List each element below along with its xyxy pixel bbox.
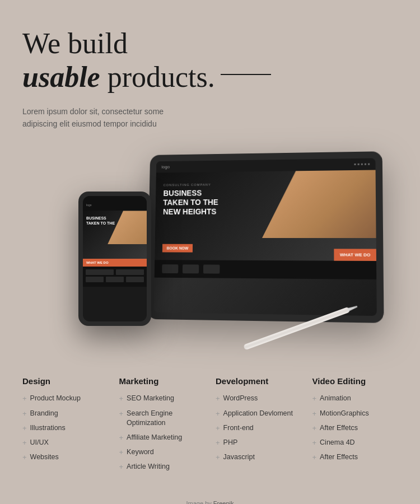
plus-icon-1-0: +	[119, 394, 124, 404]
tablet-bottom-bar	[155, 260, 377, 280]
plus-icon-3-0: +	[312, 394, 317, 404]
service-item-label-2-4: Javascript	[223, 452, 255, 463]
service-column-development: Development+WordPress+Application Devlom…	[216, 376, 301, 472]
phone-hands-image	[108, 211, 147, 244]
plus-icon-1-3: +	[119, 447, 124, 458]
service-item-2-1: +Application Devloment	[216, 409, 301, 419]
plus-icon-3-4: +	[312, 452, 317, 463]
plus-icon-1-2: +	[119, 433, 124, 443]
service-column-marketing: Marketing+SEO Marketing+Search Engine Op…	[119, 376, 205, 472]
service-item-label-1-0: SEO Marketing	[127, 394, 174, 404]
service-item-label-3-2: After Effetcs	[320, 423, 358, 433]
tablet-cta: BOOK NOW	[162, 244, 193, 253]
phone-what-we-do: WHAT WE DO	[83, 259, 147, 267]
service-item-label-0-4: Websites	[30, 452, 59, 463]
phone-screen-header: logo	[83, 196, 147, 211]
service-item-label-0-3: UI/UX	[30, 438, 49, 448]
tablet-cta-button[interactable]: BOOK NOW	[162, 244, 193, 253]
service-list-2: +WordPress+Application Devloment+Front-e…	[216, 394, 301, 463]
plus-icon-0-2: +	[22, 423, 27, 433]
tablet-what-we-do: WHAT WE DO	[334, 249, 376, 262]
footer: Image by Freepik	[0, 489, 420, 504]
plus-icon-1-4: +	[119, 462, 124, 472]
service-item-3-4: +After Effects	[312, 452, 398, 463]
service-item-label-1-2: Affiliate Marketing	[127, 433, 182, 443]
service-item-0-2: +Illustrations	[22, 423, 108, 433]
plus-icon-2-0: +	[216, 394, 220, 404]
plus-icon-3-2: +	[312, 423, 317, 433]
service-item-label-2-2: Front-end	[223, 423, 254, 433]
plus-icon-3-1: +	[312, 409, 317, 419]
plus-icon-0-4: +	[22, 452, 27, 463]
tablet-logo: logo	[161, 165, 170, 170]
service-column-video-editing: Video Editing+Animation+MotionGraphics+A…	[312, 376, 398, 472]
plus-icon-0-1: +	[22, 409, 27, 419]
service-item-label-3-0: Animation	[320, 394, 351, 404]
service-item-3-2: +After Effetcs	[312, 423, 398, 433]
service-item-label-0-0: Product Mockup	[30, 394, 81, 404]
services-grid: Design+Product Mockup+Branding+Illustrat…	[22, 376, 398, 472]
phone-logo: logo	[86, 203, 91, 207]
service-item-0-0: +Product Mockup	[22, 394, 108, 404]
plus-icon-2-4: +	[216, 452, 220, 463]
footer-text: Image by Freepik	[22, 500, 398, 504]
services-section: Design+Product Mockup+Branding+Illustrat…	[0, 348, 420, 489]
phone-hero-area: BUSINESS TAKEN TO THE WHAT WE DO	[83, 211, 147, 267]
service-item-3-0: +Animation	[312, 394, 398, 404]
hero-title-line1: We build	[22, 27, 128, 59]
service-item-2-4: +Javascript	[216, 452, 301, 463]
service-item-1-1: +Search Engine Optimization	[119, 409, 205, 428]
service-item-1-3: +Keyword	[119, 447, 205, 458]
service-item-label-3-1: MotionGraphics	[320, 409, 369, 419]
plus-icon-2-1: +	[216, 409, 220, 419]
service-item-2-3: +PHP	[216, 438, 301, 448]
tablet-headline: BUSINESS TAKEN TO THE NEW HEIGHTS	[163, 187, 368, 216]
devices-container: logo CONSULTING COMPANY BUSINESS TAK	[22, 147, 398, 348]
service-item-0-3: +UI/UX	[22, 438, 108, 448]
service-list-1: +SEO Marketing+Search Engine Optimizatio…	[119, 394, 205, 472]
service-item-label-2-1: Application Devloment	[223, 409, 293, 419]
service-item-label-0-2: Illustrations	[30, 423, 66, 433]
tablet-mockup: logo CONSULTING COMPANY BUSINESS TAK	[146, 152, 381, 320]
service-item-3-1: +MotionGraphics	[312, 409, 398, 419]
service-item-1-0: +SEO Marketing	[119, 394, 205, 404]
title-line-decoration	[221, 74, 271, 75]
service-item-label-3-3: Cinema 4D	[320, 438, 355, 448]
plus-icon-2-2: +	[216, 423, 220, 433]
hero-section: We build usable products. Lorem ipsum do…	[0, 0, 420, 348]
service-item-0-4: +Websites	[22, 452, 108, 463]
service-column-design: Design+Product Mockup+Branding+Illustrat…	[22, 376, 108, 472]
plus-icon-2-3: +	[216, 438, 220, 448]
service-list-3: +Animation+MotionGraphics+After Effetcs+…	[312, 394, 398, 463]
service-category-2: Development	[216, 376, 301, 386]
plus-icon-1-1: +	[119, 409, 124, 419]
service-item-label-2-3: PHP	[223, 438, 238, 448]
phone-mockup: logo BUSINESS TAKEN TO THE WHAT WE DO	[78, 192, 151, 326]
service-list-0: +Product Mockup+Branding+Illustrations+U…	[22, 394, 108, 463]
service-item-label-1-3: Keyword	[127, 447, 154, 458]
tablet-hero-area: CONSULTING COMPANY BUSINESS TAKEN TO THE…	[155, 170, 376, 262]
service-item-label-2-0: WordPress	[223, 394, 258, 404]
service-item-label-1-1: Search Engine Optimization	[127, 409, 204, 428]
plus-icon-0-3: +	[22, 438, 27, 448]
phone-headline: BUSINESS TAKEN TO THE	[86, 216, 115, 226]
service-item-1-4: +Article Writing	[119, 462, 205, 472]
plus-icon-3-3: +	[312, 438, 317, 448]
hero-subtitle: Lorem ipsum dolor sit, consectetur some …	[22, 105, 190, 130]
service-item-label-1-4: Article Writing	[127, 462, 170, 472]
service-item-1-2: +Affiliate Marketing	[119, 433, 205, 443]
service-item-label-0-1: Branding	[30, 409, 58, 419]
phone-bottom	[83, 267, 147, 287]
service-item-0-1: +Branding	[22, 409, 108, 419]
hero-title: We build usable products.	[22, 27, 398, 94]
service-category-3: Video Editing	[312, 376, 398, 386]
plus-icon-0-0: +	[22, 394, 27, 404]
service-item-2-2: +Front-end	[216, 423, 301, 433]
service-category-1: Marketing	[119, 376, 205, 386]
service-category-0: Design	[22, 376, 108, 386]
service-item-2-0: +WordPress	[216, 394, 301, 404]
service-item-label-3-4: After Effects	[320, 452, 358, 463]
tablet-nav-dots	[354, 164, 370, 165]
hero-title-rest: products.	[100, 61, 215, 93]
freepik-link[interactable]: Freepik	[213, 500, 234, 504]
